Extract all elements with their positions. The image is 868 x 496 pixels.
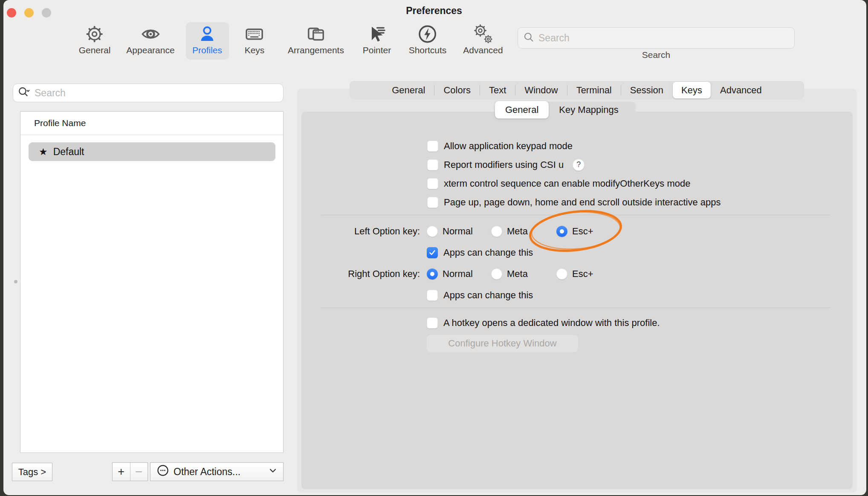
add-remove-group: + − [112, 462, 148, 481]
toolbar-item-label: Arrangements [288, 45, 344, 55]
profile-tabs: General Colors Text Window Terminal Sess… [350, 81, 804, 99]
radio-label: Esc+ [572, 268, 593, 280]
star-icon: ★ [39, 147, 48, 157]
subtab-general[interactable]: General [495, 101, 549, 118]
divider [321, 215, 830, 215]
other-actions-dropdown[interactable]: Other Actions... [150, 462, 284, 481]
person-icon [197, 24, 217, 44]
add-profile-button[interactable]: + [113, 463, 130, 481]
toolbar-item-label: Advanced [463, 45, 503, 55]
keyboard-icon [245, 24, 264, 44]
checkbox-label: Report modifiers using CSI u [444, 159, 564, 170]
checkbox-row: xterm control sequence can enable modify… [427, 178, 690, 189]
tags-button[interactable]: Tags > [12, 463, 52, 481]
radio-meta[interactable] [491, 226, 502, 237]
tab-terminal[interactable]: Terminal [567, 81, 621, 99]
chevron-down-icon [268, 465, 278, 478]
toolbar-search-input[interactable] [538, 32, 789, 44]
checkbox-row: Apps can change this [427, 247, 533, 258]
right-option-meta: Meta [491, 268, 528, 280]
left-option-normal: Normal [427, 225, 473, 237]
right-option-normal: Normal [427, 268, 473, 280]
profile-search-field[interactable] [13, 84, 284, 102]
toolbar-item-appearance[interactable]: Appearance [126, 24, 174, 55]
modify-other-keys-checkbox[interactable] [427, 178, 438, 189]
profile-list: Profile Name ★ Default [20, 111, 284, 453]
double-gear-icon [473, 24, 493, 44]
toolbar-item-label: Keys [245, 45, 265, 55]
toolbar-search-field[interactable] [518, 27, 795, 49]
toolbar-item-arrangements[interactable]: Arrangements [288, 24, 344, 55]
right-option-key-label: Right Option key: [297, 268, 420, 280]
toolbar-item-general[interactable]: General [79, 24, 111, 55]
toolbar-item-label: General [79, 45, 111, 55]
gear-icon [85, 24, 104, 44]
radio-label: Esc+ [572, 226, 593, 237]
other-actions-label: Other Actions... [174, 466, 268, 478]
cursor-icon [367, 24, 386, 44]
toolbar-item-pointer[interactable]: Pointer [363, 24, 391, 55]
tab-general[interactable]: General [383, 81, 434, 99]
ellipsis-circle-icon [156, 464, 169, 479]
radio-esc[interactable] [556, 226, 567, 237]
tab-text[interactable]: Text [480, 81, 515, 99]
configure-hotkey-window-button[interactable]: Configure Hotkey Window [426, 335, 579, 352]
screen-background: Preferences General [0, 0, 868, 496]
profile-search-input[interactable] [34, 87, 279, 99]
tab-colors[interactable]: Colors [434, 81, 480, 99]
checkbox-label: Allow application keypad mode [444, 141, 573, 152]
csi-u-checkbox[interactable] [427, 159, 438, 170]
checkbox-row: Allow application keypad mode [427, 140, 573, 152]
profile-row-default[interactable]: ★ Default [29, 142, 275, 161]
tab-window[interactable]: Window [515, 81, 567, 99]
bolt-circle-icon [418, 24, 437, 44]
tab-advanced[interactable]: Advanced [711, 81, 771, 99]
radio-esc[interactable] [556, 268, 567, 280]
left-option-key-label: Left Option key: [297, 225, 420, 237]
toolbar-search-caption: Search [518, 50, 795, 60]
toolbar-item-label: Profiles [192, 45, 222, 55]
right-apps-change-checkbox[interactable] [427, 290, 438, 301]
checkbox-label: Apps can change this [443, 247, 533, 258]
checkbox-label: Page up, page down, home and end scroll … [444, 197, 720, 208]
radio-label: Meta [507, 268, 528, 280]
toolbar-item-label: Appearance [126, 45, 174, 55]
checkbox-label: A hotkey opens a dedicated window with t… [443, 317, 660, 329]
toolbar-item-label: Pointer [363, 45, 391, 55]
tab-keys[interactable]: Keys [673, 82, 711, 98]
divider [321, 308, 830, 308]
checkbox-label: Apps can change this [443, 290, 533, 301]
radio-normal[interactable] [427, 226, 438, 237]
toolbar-item-profiles[interactable]: Profiles [192, 24, 222, 55]
checkbox-label: xterm control sequence can enable modify… [444, 178, 690, 189]
eye-icon [140, 24, 161, 44]
radio-label: Normal [443, 268, 473, 280]
toolbar-item-keys[interactable]: Keys [245, 24, 265, 55]
search-scope-icon [17, 86, 31, 100]
profile-name: Default [53, 146, 84, 158]
hotkey-window-checkbox[interactable] [427, 317, 438, 329]
radio-normal[interactable] [427, 268, 438, 280]
radio-meta[interactable] [491, 268, 502, 280]
window-title: Preferences [0, 5, 868, 17]
toolbar-item-label: Shortcuts [409, 45, 447, 55]
search-icon [523, 32, 534, 44]
checkbox-row: Apps can change this [427, 289, 533, 301]
checkbox-row: Report modifiers using CSI u ? [427, 159, 584, 170]
remove-profile-button[interactable]: − [130, 463, 148, 481]
checkbox-row: Page up, page down, home and end scroll … [427, 196, 720, 208]
left-option-meta: Meta [491, 225, 528, 237]
radio-label: Normal [443, 226, 473, 237]
left-option-esc: Esc+ [556, 225, 593, 237]
toolbar-item-advanced[interactable]: Advanced [463, 24, 503, 55]
left-apps-change-checkbox[interactable] [427, 247, 438, 258]
tab-session[interactable]: Session [621, 81, 672, 99]
allow-keypad-checkbox[interactable] [427, 141, 438, 152]
subtab-key-mappings[interactable]: Key Mappings [549, 102, 628, 118]
keys-subtabs: General Key Mappings [495, 102, 636, 118]
page-scroll-checkbox[interactable] [427, 197, 438, 208]
profile-list-header: Profile Name [20, 112, 283, 135]
toolbar-item-shortcuts[interactable]: Shortcuts [409, 24, 447, 55]
help-button[interactable]: ? [573, 159, 584, 171]
radio-label: Meta [507, 226, 528, 237]
